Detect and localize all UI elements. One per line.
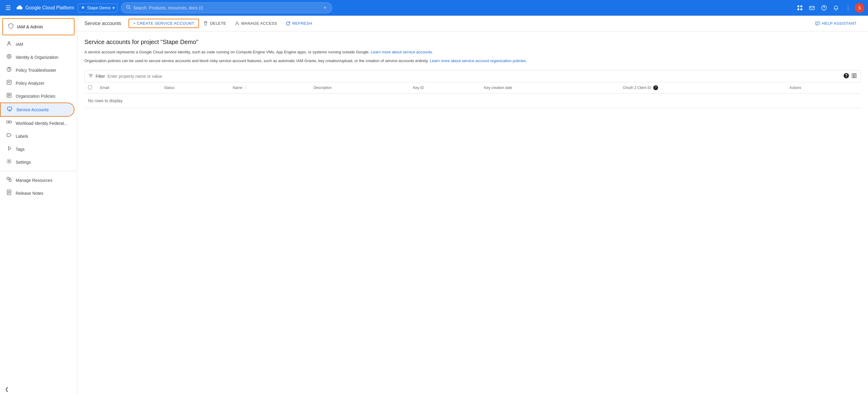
search-kbd-hint: ▼ (323, 6, 327, 10)
sidebar-item-manage-resources[interactable]: Manage Resources (0, 174, 77, 187)
sidebar-item-iam[interactable]: IAM (0, 38, 74, 51)
workload-identity-icon (6, 120, 12, 127)
svg-rect-15 (7, 80, 11, 85)
cloud-icon (16, 4, 23, 11)
description-1-link[interactable]: Learn more about service accounts. (371, 50, 433, 54)
description-2-link[interactable]: Learn more about service account organiz… (430, 59, 527, 63)
sidebar-item-identity-org-label: Identity & Organization (16, 55, 59, 60)
help-assistant-button[interactable]: HELP ASSISTANT (811, 19, 861, 28)
table-header-email: Email (96, 82, 160, 94)
filter-icon (88, 73, 93, 79)
search-icon (126, 5, 131, 11)
project-selector[interactable]: Stape Demo ▾ (78, 4, 117, 12)
table-header-name[interactable]: Name ↑ (229, 82, 310, 94)
svg-rect-4 (798, 8, 799, 10)
nav-icons: ⋮ S (795, 2, 864, 13)
sidebar-item-policy-analyzer[interactable]: Policy Analyzer (0, 76, 74, 90)
tags-icon (6, 145, 12, 153)
sidebar-item-workload-identity-label: Workload Identity Federat... (16, 121, 67, 126)
filter-help-icon[interactable] (843, 73, 849, 79)
create-service-account-button[interactable]: + CREATE SERVICE ACCOUNT (128, 19, 199, 28)
svg-point-29 (846, 76, 846, 77)
table-header-oauth-client-id: OAuth 2 Client ID ? (619, 82, 786, 94)
sidebar-collapse-button[interactable]: ❮ (0, 383, 77, 395)
sidebar-item-workload-identity[interactable]: Workload Identity Federat... (0, 117, 74, 130)
brand-name: Google Cloud Platform (25, 5, 74, 10)
svg-rect-18 (7, 121, 9, 123)
bell-icon[interactable] (831, 2, 841, 13)
sidebar-divider (0, 171, 77, 171)
svg-point-11 (7, 54, 11, 59)
refresh-label: REFRESH (292, 21, 312, 26)
page-title: Service accounts (85, 21, 128, 26)
sidebar-item-service-accounts[interactable]: Service Accounts (0, 102, 74, 117)
iam-icon (6, 41, 12, 47)
svg-rect-19 (9, 121, 11, 123)
svg-point-21 (8, 160, 10, 162)
delete-button[interactable]: DELETE (199, 19, 230, 28)
svg-rect-30 (852, 73, 853, 78)
sidebar-item-release-notes[interactable]: Release Notes (0, 187, 77, 200)
no-rows-text: No rows to display (85, 93, 861, 108)
release-notes-icon (6, 190, 12, 197)
sidebar-item-labels-label: Labels (16, 134, 28, 139)
sidebar-item-service-accounts-label: Service Accounts (16, 107, 49, 112)
column-display-icon[interactable] (851, 73, 857, 79)
brand-logo: Google Cloud Platform (16, 4, 74, 11)
manage-resources-icon (6, 177, 12, 184)
shield-icon (8, 23, 14, 30)
policy-analyzer-icon (6, 79, 12, 87)
service-accounts-icon (7, 106, 13, 113)
svg-rect-23 (9, 179, 11, 182)
svg-point-26 (236, 22, 238, 24)
settings-icon (6, 159, 12, 166)
sidebar-item-org-policies[interactable]: Organization Policies (0, 90, 74, 102)
help-icon[interactable] (818, 2, 829, 13)
filter-input[interactable] (107, 74, 841, 79)
manage-access-label: MANAGE ACCESS (241, 21, 277, 26)
svg-rect-6 (801, 8, 802, 10)
main-layout: IAM & Admin IAM Identity & Organization … (0, 16, 868, 395)
apps-icon[interactable] (795, 2, 805, 13)
svg-rect-3 (798, 5, 799, 7)
email-icon[interactable] (806, 2, 817, 13)
page-heading: Service accounts for project "Stape Demo… (85, 39, 861, 45)
svg-rect-32 (855, 73, 856, 78)
avatar[interactable]: S (855, 3, 864, 13)
table-header-key-creation-date: Key creation date (480, 82, 619, 94)
sidebar-item-iam-label: IAM (16, 42, 23, 47)
project-icon (81, 5, 85, 11)
svg-point-10 (8, 42, 10, 43)
search-bar[interactable]: ▼ (121, 2, 332, 13)
svg-rect-5 (801, 5, 802, 7)
sidebar-item-tags[interactable]: Tags (0, 143, 74, 156)
oauth-help-icon[interactable]: ? (653, 85, 658, 90)
sidebar-item-tags-label: Tags (16, 147, 25, 152)
more-icon[interactable]: ⋮ (843, 2, 854, 13)
sidebar-item-labels[interactable]: Labels (0, 130, 74, 143)
filter-label: Filter (96, 74, 105, 79)
manage-access-button[interactable]: MANAGE ACCESS (230, 19, 281, 28)
sidebar-item-settings[interactable]: Settings (0, 156, 74, 169)
sidebar-item-policy-troubleshooter[interactable]: Policy Troubleshooter (0, 64, 74, 76)
identity-org-icon (6, 54, 12, 61)
svg-point-1 (82, 7, 83, 8)
svg-rect-25 (205, 22, 207, 22)
project-name: Stape Demo (87, 5, 111, 10)
policy-troubleshooter-icon (6, 67, 12, 73)
select-all-checkbox[interactable] (88, 85, 92, 89)
help-assistant-label: HELP ASSISTANT (822, 21, 857, 26)
service-accounts-table: Email Status Name ↑ Description Key ID K… (85, 82, 861, 108)
sidebar-item-policy-troubleshooter-label: Policy Troubleshooter (16, 68, 56, 73)
svg-rect-7 (809, 6, 814, 10)
sidebar-item-manage-resources-label: Manage Resources (16, 178, 52, 183)
table-empty-row: No rows to display (85, 93, 861, 108)
table-header-description: Description (310, 82, 409, 94)
hamburger-menu[interactable]: ☰ (4, 2, 13, 13)
sidebar-item-settings-label: Settings (16, 160, 31, 165)
sidebar-item-identity-org[interactable]: Identity & Organization (0, 51, 74, 64)
search-input[interactable] (133, 5, 321, 10)
filter-bar: Filter (85, 70, 861, 82)
sidebar-header[interactable]: IAM & Admin (2, 18, 74, 35)
refresh-button[interactable]: REFRESH (281, 19, 316, 28)
